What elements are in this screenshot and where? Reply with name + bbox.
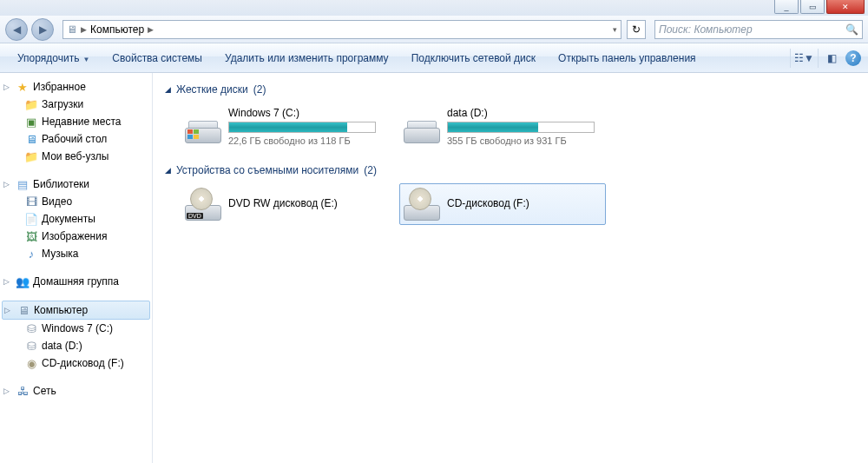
sidebar-item-drive-d[interactable]: ⛁data (D:) (0, 337, 152, 354)
hdd-group-count: (2) (253, 83, 266, 96)
folder-icon: 📁 (24, 97, 38, 111)
computer-icon: 🖥 (16, 303, 30, 317)
map-network-drive-button[interactable]: Подключить сетевой диск (401, 49, 546, 68)
refresh-icon: ↻ (632, 23, 641, 36)
folder-icon: 📁 (24, 149, 38, 163)
sidebar-item-desktop[interactable]: 🖥Рабочий стол (0, 130, 152, 148)
preview-pane-icon: ◧ (827, 52, 837, 64)
help-button[interactable]: ? (845, 50, 861, 66)
removable-group-label: Устройства со съемными носителями (176, 164, 358, 176)
capacity-bar (228, 122, 376, 133)
dvd-drive-icon: DVD (185, 188, 221, 221)
computer-icon: 🖥 (67, 23, 77, 36)
sidebar-item-videos[interactable]: 🎞Видео (0, 193, 152, 210)
address-dropdown-icon[interactable]: ▾ (613, 25, 617, 34)
forward-button[interactable]: ▶ (31, 18, 54, 41)
cd-drive-icon: ◉ (24, 356, 38, 370)
organize-button[interactable]: Упорядочить▼ (7, 49, 100, 68)
back-arrow-icon: ◀ (13, 23, 21, 36)
preview-pane-button[interactable]: ◧ (818, 49, 840, 68)
sidebar-item-websites[interactable]: 📁Мои веб-узлы (0, 148, 152, 165)
dvd-badge: DVD (187, 213, 203, 219)
favorites-root[interactable]: ▷ ★ Избранное (0, 78, 152, 96)
sidebar-item-downloads[interactable]: 📁Загрузки (0, 96, 152, 113)
recent-places-icon: ▣ (24, 115, 38, 129)
homegroup-icon: 👥 (16, 274, 30, 288)
maximize-button[interactable]: ▭ (800, 0, 825, 14)
toolbar-right: ☷▼ ◧ ? (790, 49, 861, 68)
breadcrumb-sep-icon: ▶ (148, 25, 154, 34)
hdd-group-label: Жесткие диски (176, 83, 248, 96)
drive-name: CD-дисковод (F:) (447, 197, 602, 209)
search-placeholder: Поиск: Компьютер (659, 23, 753, 36)
computer-root[interactable]: ▷ 🖥 Компьютер (2, 301, 150, 320)
sidebar-item-drive-f[interactable]: ◉CD-дисковод (F:) (0, 354, 152, 372)
homegroup-group: ▷ 👥 Домашняя группа (0, 273, 152, 290)
address-bar[interactable]: 🖥 ▶ Компьютер ▶ ▾ (62, 20, 621, 39)
expand-icon[interactable]: ▷ (3, 387, 12, 395)
capacity-stats: 355 ГБ свободно из 931 ГБ (447, 136, 602, 146)
desktop-icon: 🖥 (24, 132, 38, 146)
drive-icon: ⛁ (24, 339, 38, 353)
documents-icon: 📄 (24, 212, 38, 226)
refresh-button[interactable]: ↻ (627, 20, 646, 39)
network-icon: 🖧 (16, 384, 30, 398)
sidebar-item-drive-c[interactable]: ⛁Windows 7 (C:) (0, 320, 152, 337)
drive-icon (185, 110, 221, 143)
forward-arrow-icon: ▶ (39, 23, 47, 36)
cd-drive-tile[interactable]: CD-дисковод (F:) (399, 183, 606, 225)
network-label: Сеть (33, 385, 56, 397)
network-root[interactable]: ▷ 🖧 Сеть (0, 382, 152, 400)
removable-tiles: DVD DVD RW дисковод (E:) CD-дисковод (F:… (181, 183, 856, 225)
collapse-icon[interactable]: ▷ (4, 306, 13, 314)
control-panel-button[interactable]: Открыть панель управления (548, 49, 707, 68)
homegroup-root[interactable]: ▷ 👥 Домашняя группа (0, 273, 152, 290)
close-button[interactable]: ✕ (826, 0, 865, 14)
view-options-button[interactable]: ☷▼ (790, 49, 812, 68)
drive-icon (404, 110, 440, 143)
hdd-group-header[interactable]: ◢ Жесткие диски (2) (165, 83, 856, 96)
drive-icon: ⛁ (24, 321, 38, 335)
favorites-label: Избранное (33, 81, 86, 93)
video-icon: 🎞 (24, 195, 38, 208)
sidebar-item-recent[interactable]: ▣Недавние места (0, 113, 152, 130)
libraries-root[interactable]: ▷ ▤ Библиотеки (0, 175, 152, 193)
window-buttons: _ ▭ ✕ (774, 0, 868, 14)
computer-group: ▷ 🖥 Компьютер ⛁Windows 7 (C:) ⛁data (D:)… (0, 301, 152, 372)
hdd-tiles: Windows 7 (C:) 22,6 ГБ свободно из 118 Г… (181, 103, 856, 150)
minimize-button[interactable]: _ (774, 0, 799, 14)
libraries-icon: ▤ (16, 177, 30, 191)
command-bar: Упорядочить▼ Свойства системы Удалить ил… (0, 43, 868, 73)
homegroup-label: Домашняя группа (33, 275, 119, 288)
drive-name: data (D:) (447, 107, 602, 119)
sidebar-item-music[interactable]: ♪Музыка (0, 245, 152, 262)
breadcrumb-sep-icon: ▶ (81, 25, 87, 34)
uninstall-program-button[interactable]: Удалить или изменить программу (214, 49, 399, 68)
drive-tile-d[interactable]: data (D:) 355 ГБ свободно из 931 ГБ (399, 103, 606, 150)
dvd-drive-tile[interactable]: DVD DVD RW дисковод (E:) (181, 183, 387, 225)
chevron-down-icon: ▼ (82, 56, 89, 63)
favorites-group: ▷ ★ Избранное 📁Загрузки ▣Недавние места … (0, 78, 152, 165)
pictures-icon: 🖼 (24, 229, 38, 243)
nav-bar: ◀ ▶ 🖥 ▶ Компьютер ▶ ▾ ↻ Поиск: Компьютер… (0, 16, 868, 43)
star-icon: ★ (16, 80, 30, 94)
explorer-body: ▷ ★ Избранное 📁Загрузки ▣Недавние места … (0, 73, 868, 463)
breadcrumb-computer[interactable]: Компьютер (90, 23, 144, 36)
libraries-label: Библиотеки (33, 178, 89, 190)
expand-icon[interactable]: ▷ (3, 83, 12, 91)
expand-icon[interactable]: ▷ (3, 277, 12, 286)
window-titlebar: _ ▭ ✕ (0, 0, 868, 16)
computer-label: Компьютер (34, 304, 88, 316)
drive-tile-c[interactable]: Windows 7 (C:) 22,6 ГБ свободно из 118 Г… (181, 103, 387, 150)
sidebar-item-documents[interactable]: 📄Документы (0, 210, 152, 228)
view-icon: ☷ (794, 52, 804, 64)
removable-group-header[interactable]: ◢ Устройства со съемными носителями (2) (165, 164, 856, 176)
libraries-group: ▷ ▤ Библиотеки 🎞Видео 📄Документы 🖼Изобра… (0, 175, 152, 262)
sidebar-item-pictures[interactable]: 🖼Изображения (0, 228, 152, 245)
expand-icon[interactable]: ▷ (3, 180, 12, 189)
search-input[interactable]: Поиск: Компьютер 🔍 (654, 20, 863, 39)
content-pane: ◢ Жесткие диски (2) Windows 7 (C:) 22,6 … (153, 73, 868, 463)
back-button[interactable]: ◀ (5, 18, 28, 41)
system-properties-button[interactable]: Свойства системы (102, 49, 213, 68)
capacity-stats: 22,6 ГБ свободно из 118 ГБ (228, 136, 383, 146)
